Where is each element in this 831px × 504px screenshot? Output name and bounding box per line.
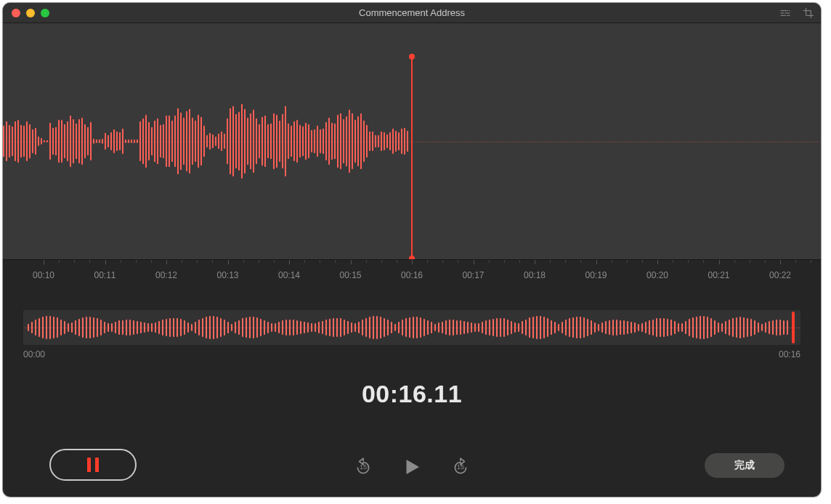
done-button[interactable]: 完成 — [705, 453, 785, 478]
skip-forward-seconds-label: 15 — [457, 463, 464, 471]
ruler-tick-label: 00:16 — [401, 270, 423, 280]
window-controls — [3, 9, 49, 17]
skip-back-15-button[interactable]: 15 — [353, 457, 373, 477]
ruler-tick-label: 00:10 — [33, 270, 54, 280]
pause-icon — [87, 458, 99, 472]
waveform-overview[interactable] — [23, 310, 800, 345]
elapsed-time-display: 00:16.11 — [3, 380, 821, 408]
ruler-tick-label: 00:22 — [769, 270, 791, 280]
zoom-window-button[interactable] — [41, 9, 49, 17]
overview-end-time: 00:16 — [779, 349, 800, 359]
ruler-tick-label: 00:20 — [646, 270, 668, 280]
app-window: Commencement Address 00:1000:1100:1200:1… — [3, 3, 821, 497]
overview-start-time: 00:00 — [23, 349, 45, 359]
record-pause-button[interactable] — [49, 449, 137, 481]
overview-record-cursor[interactable] — [792, 312, 795, 344]
crop-icon[interactable] — [802, 7, 815, 20]
ruler-tick-label: 00:15 — [339, 270, 361, 280]
skip-back-seconds-label: 15 — [360, 463, 367, 471]
ruler-tick-label: 00:11 — [94, 270, 115, 280]
time-ruler[interactable]: 00:1000:1100:1200:1300:1400:1500:1600:17… — [3, 259, 821, 287]
ruler-tick-label: 00:13 — [216, 270, 238, 280]
play-button[interactable] — [400, 455, 424, 479]
close-window-button[interactable] — [12, 9, 20, 17]
ruler-tick-label: 00:17 — [462, 270, 484, 280]
ruler-tick-label: 00:12 — [155, 270, 177, 280]
waveform-main[interactable] — [3, 23, 821, 259]
minimize-window-button[interactable] — [26, 9, 35, 17]
ruler-tick-label: 00:21 — [708, 270, 729, 280]
skip-forward-15-button[interactable]: 15 — [450, 457, 471, 477]
ruler-tick-label: 00:14 — [278, 270, 300, 280]
done-button-label: 完成 — [734, 459, 755, 472]
ruler-tick-label: 00:19 — [585, 270, 607, 280]
overview-bars — [28, 310, 796, 345]
playhead-line — [411, 57, 413, 259]
transport-controls: 15 15 完成 — [3, 444, 821, 481]
ruler-tick-label: 00:18 — [524, 270, 546, 280]
sliders-icon[interactable] — [779, 7, 792, 20]
titlebar: Commencement Address — [3, 3, 821, 23]
window-title: Commencement Address — [3, 7, 821, 18]
